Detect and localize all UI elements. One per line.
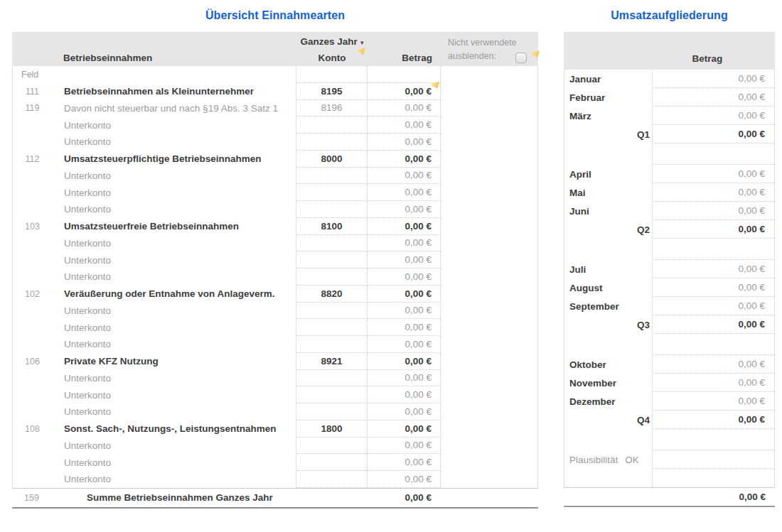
betrag-cell[interactable]: 0,00 € <box>368 336 441 353</box>
konto-cell[interactable] <box>296 134 368 151</box>
comment-marker-icon[interactable] <box>430 82 439 89</box>
betrag-cell[interactable]: 0,00 € <box>368 100 441 117</box>
betrag-cell[interactable]: 0,00 € <box>653 125 774 143</box>
betrag-cell[interactable]: 0,00 € <box>653 260 774 278</box>
betrag-cell[interactable]: 0,00 € <box>653 202 774 220</box>
betrag-cell[interactable]: 0,00 € <box>368 83 441 100</box>
konto-cell[interactable] <box>296 168 368 185</box>
account-name-cell[interactable]: Unterkonto <box>52 235 296 252</box>
betrag-cell[interactable]: 0,00 € <box>653 355 774 374</box>
sum-row-amount[interactable]: 0,00 € <box>367 492 440 503</box>
account-name-cell[interactable]: Unterkonto <box>52 336 296 353</box>
right-table-body: Januar0,00 €Februar0,00 €März0,00 €Q10,0… <box>564 70 775 488</box>
betrag-cell[interactable]: 0,00 € <box>368 286 441 303</box>
table-row: 106Private KFZ Nutzung89210,00 € <box>13 353 537 370</box>
konto-cell[interactable] <box>296 438 368 455</box>
konto-cell[interactable] <box>296 386 368 403</box>
betrag-cell[interactable]: 0,00 € <box>368 370 441 387</box>
betrag-cell[interactable]: 0,00 € <box>368 303 441 320</box>
account-name-cell[interactable]: Unterkonto <box>52 168 296 185</box>
konto-cell[interactable] <box>296 370 368 387</box>
konto-cell[interactable]: 8196 <box>296 100 368 117</box>
konto-cell[interactable] <box>296 454 368 471</box>
konto-cell[interactable] <box>296 471 368 488</box>
betrag-cell[interactable]: 0,00 € <box>368 403 441 420</box>
betrag-cell[interactable]: 0,00 € <box>368 454 441 471</box>
betrag-cell[interactable]: 0,00 € <box>368 319 441 336</box>
account-name-cell[interactable]: Unterkonto <box>52 386 296 403</box>
konto-cell[interactable] <box>296 336 368 353</box>
betrag-cell[interactable]: 0,00 € <box>368 471 441 488</box>
betrag-cell[interactable]: 0,00 € <box>653 297 774 315</box>
betrag-cell[interactable]: 0,00 € <box>368 235 441 252</box>
account-name-cell[interactable]: Unterkonto <box>52 403 296 420</box>
konto-cell[interactable] <box>296 116 368 134</box>
account-name-cell[interactable]: Unterkonto <box>52 184 296 201</box>
account-name-cell[interactable]: Unterkonto <box>52 319 296 336</box>
konto-cell[interactable] <box>296 184 368 201</box>
konto-cell[interactable]: 8195 <box>296 83 368 100</box>
account-name-cell[interactable]: Private KFZ Nutzung <box>52 353 296 370</box>
account-name-cell[interactable]: Unterkonto <box>52 303 296 320</box>
account-name-cell[interactable]: Unterkonto <box>52 116 296 134</box>
konto-cell[interactable]: 8000 <box>296 151 368 168</box>
konto-cell[interactable] <box>296 201 368 218</box>
konto-cell[interactable]: 1800 <box>296 420 368 438</box>
betrag-cell[interactable]: 0,00 € <box>653 220 774 239</box>
account-name-cell[interactable]: Unterkonto <box>52 201 296 218</box>
total-amount[interactable]: 0,00 € <box>739 492 766 502</box>
betrag-cell[interactable]: 0,00 € <box>653 183 774 202</box>
betrag-cell[interactable]: 0,00 € <box>368 168 441 185</box>
betrag-cell[interactable]: 0,00 € <box>653 165 774 183</box>
account-name-cell[interactable]: Unterkonto <box>52 134 296 151</box>
betrag-cell[interactable]: 0,00 € <box>368 251 441 268</box>
betrag-cell[interactable]: 0,00 € <box>653 315 774 334</box>
account-name-cell[interactable]: Veräußerung oder Entnahme von Anlageverm… <box>52 286 296 303</box>
konto-cell[interactable] <box>296 235 368 252</box>
betrag-cell[interactable]: 0,00 € <box>653 278 774 297</box>
account-name-cell[interactable]: Unterkonto <box>52 438 296 455</box>
betrag-cell[interactable]: 0,00 € <box>653 107 774 125</box>
hide-unused-checkbox[interactable] <box>515 53 527 63</box>
konto-cell[interactable] <box>296 403 368 420</box>
betrag-cell[interactable]: 0,00 € <box>653 88 774 107</box>
account-name-cell[interactable]: Betriebseinnahmen als Kleinunternehmer <box>52 83 296 100</box>
quarter-row: Q40,00 € <box>564 411 774 429</box>
betrag-cell[interactable]: 0,00 € <box>368 184 441 201</box>
konto-cell[interactable] <box>296 268 368 286</box>
betrag-cell[interactable]: 0,00 € <box>368 353 441 370</box>
betrag-cell[interactable]: 0,00 € <box>368 134 441 151</box>
betrag-cell[interactable]: 0,00 € <box>653 374 774 392</box>
account-name-cell[interactable]: Unterkonto <box>52 251 296 268</box>
konto-cell[interactable]: 8921 <box>296 353 368 370</box>
konto-cell[interactable]: 8820 <box>296 286 368 303</box>
account-name-cell[interactable]: Unterkonto <box>52 471 296 488</box>
betrag-cell[interactable]: 0,00 € <box>368 268 441 286</box>
betrag-cell[interactable]: 0,00 € <box>653 70 774 88</box>
month-row: April0,00 € <box>564 165 774 183</box>
account-name-cell[interactable]: Umsatzsteuerpflichtige Betriebseinnahmen <box>52 151 296 168</box>
konto-cell[interactable] <box>296 251 368 268</box>
betrag-cell[interactable]: 0,00 € <box>368 420 441 438</box>
konto-cell[interactable]: 8100 <box>296 218 368 235</box>
account-name-cell[interactable]: Sonst. Sach-, Nutzungs-, Leistungsentnah… <box>52 420 296 438</box>
betrag-cell[interactable]: 0,00 € <box>368 151 441 168</box>
account-name-cell[interactable]: Unterkonto <box>52 454 296 471</box>
chevron-down-icon: ▾ <box>360 39 364 46</box>
account-name-cell[interactable]: Davon nicht steuerbar und nach §19 Abs. … <box>52 100 296 117</box>
income-types-table: Ganzes Jahr▾ Betriebseinnahmen Konto Bet… <box>12 32 538 509</box>
account-name-cell[interactable]: Umsatzsteuerfreie Betriebseinnahmen <box>52 218 296 235</box>
period-dropdown[interactable]: Ganzes Jahr▾ <box>282 36 382 47</box>
betrag-cell[interactable]: 0,00 € <box>368 201 441 218</box>
betrag-cell[interactable]: 0,00 € <box>653 392 774 411</box>
account-name-cell[interactable]: Unterkonto <box>52 370 296 387</box>
left-table-footer-row: 159 Summe Betriebseinnahmen Ganzes Jahr … <box>12 489 538 509</box>
betrag-cell[interactable]: 0,00 € <box>368 116 441 134</box>
account-name-cell[interactable]: Unterkonto <box>52 268 296 286</box>
betrag-cell[interactable]: 0,00 € <box>653 411 774 429</box>
betrag-cell[interactable]: 0,00 € <box>368 438 441 455</box>
betrag-cell[interactable]: 0,00 € <box>368 386 441 403</box>
konto-cell[interactable] <box>296 303 368 320</box>
konto-cell[interactable] <box>296 319 368 336</box>
betrag-cell[interactable]: 0,00 € <box>368 218 441 235</box>
